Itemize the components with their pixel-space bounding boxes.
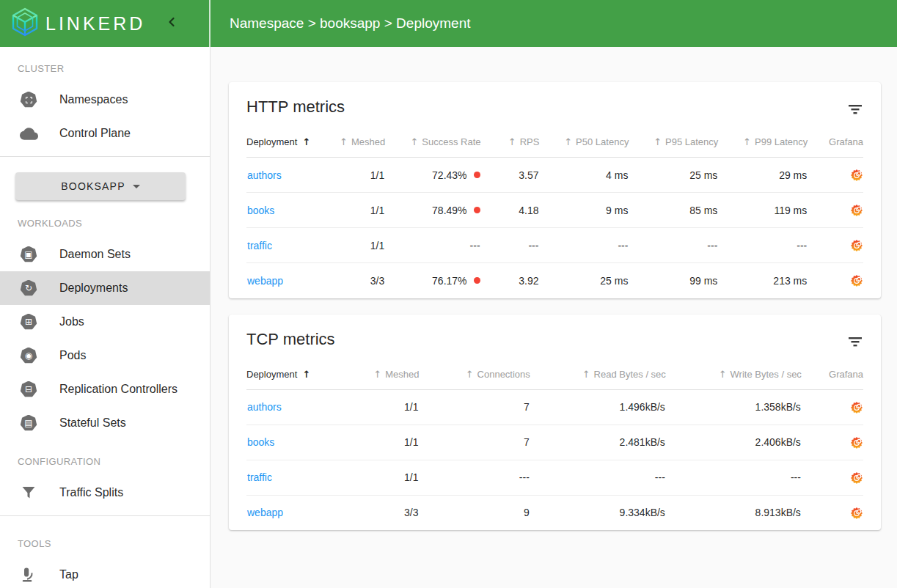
section-label-configuration: CONFIGURATION	[0, 440, 210, 476]
success-rate-cell: 78.49%	[385, 193, 480, 228]
filter-icon[interactable]	[847, 103, 863, 119]
rps-cell: 4.18	[481, 193, 540, 228]
namespaces-icon	[19, 92, 38, 109]
p50-cell: 9 ms	[539, 193, 629, 228]
write-bytes-cell: 1.358kB/s	[666, 389, 802, 425]
sort-arrow-icon: ↑	[466, 369, 474, 380]
deployment-link[interactable]: books	[247, 205, 274, 216]
grafana-icon[interactable]	[851, 507, 863, 518]
deployment-link[interactable]: webapp	[247, 507, 283, 518]
table-row: webapp 3/3 9 9.334kB/s 8.913kB/s	[246, 495, 863, 530]
sort-arrow-icon: ↑	[564, 136, 572, 147]
sidebar-collapse-button[interactable]	[166, 16, 177, 31]
read-bytes-cell: 9.334kB/s	[530, 495, 666, 530]
section-label-tools: TOOLS	[0, 522, 210, 558]
table-row: webapp 3/3 76.17% 3.92 25 ms 99 ms 213 m…	[246, 263, 863, 298]
write-bytes-cell: 2.406kB/s	[666, 425, 802, 460]
column-header-p50-latency[interactable]: ↑P50 Latency	[539, 122, 629, 158]
http-metrics-title: HTTP metrics	[246, 98, 345, 117]
http-header-row: Deployment↑ ↑Meshed ↑Success Rate ↑RPS ↑…	[246, 122, 863, 158]
sidebar-item-tap[interactable]: Tap	[0, 558, 210, 588]
column-header-p99-latency[interactable]: ↑P99 Latency	[718, 122, 808, 158]
sidebar-item-replication-controllers[interactable]: ⊟ Replication Controllers	[0, 372, 210, 406]
status-dot	[474, 207, 480, 213]
grafana-icon[interactable]	[851, 274, 863, 286]
sidebar-item-pods[interactable]: ◉ Pods	[0, 339, 210, 372]
column-header-write-bytes[interactable]: ↑Write Bytes / sec	[666, 354, 802, 390]
column-header-connections[interactable]: ↑Connections	[419, 354, 530, 390]
sort-arrow-icon: ↑	[719, 369, 727, 380]
column-header-meshed[interactable]: ↑Meshed	[351, 354, 420, 390]
sidebar-item-control-plane[interactable]: Control Plane	[0, 117, 210, 150]
deployments-icon: ↻	[19, 280, 38, 297]
deployment-link[interactable]: books	[247, 436, 274, 448]
meshed-cell: 3/3	[326, 263, 385, 298]
grafana-icon[interactable]	[851, 204, 863, 216]
cloud-icon	[19, 125, 38, 143]
p99-cell: ---	[718, 228, 808, 263]
sidebar-item-deployments[interactable]: ↻ Deployments	[0, 271, 210, 305]
table-row: books 1/1 78.49% 4.18 9 ms 85 ms 119 ms	[246, 193, 863, 228]
sidebar-item-daemon-sets[interactable]: ▣ Daemon Sets	[0, 238, 210, 271]
tcp-metrics-table: Deployment↑ ↑Meshed ↑Connections ↑Read B…	[246, 354, 863, 531]
sidebar-item-jobs[interactable]: ⊞ Jobs	[0, 305, 210, 339]
read-bytes-cell: 2.481kB/s	[530, 425, 666, 460]
deployment-link[interactable]: webapp	[247, 275, 283, 287]
pods-icon: ◉	[19, 348, 38, 364]
grafana-icon[interactable]	[851, 471, 863, 482]
column-header-meshed[interactable]: ↑Meshed	[326, 122, 385, 158]
deployment-link[interactable]: traffic	[247, 240, 272, 251]
meshed-cell: 1/1	[351, 460, 420, 495]
app-bar: LINKERD Namespace > booksapp > Deploymen…	[0, 0, 897, 47]
grafana-cell	[802, 425, 863, 460]
column-header-read-bytes[interactable]: ↑Read Bytes / sec	[530, 354, 666, 390]
rps-cell: ---	[481, 228, 540, 263]
column-header-rps[interactable]: ↑RPS	[481, 122, 540, 158]
namespace-selector-button[interactable]: BOOKSAPP	[15, 172, 186, 200]
column-header-p95-latency[interactable]: ↑P95 Latency	[629, 122, 718, 158]
app-bar-main-section: Namespace > booksapp > Deployment	[210, 0, 897, 47]
sort-arrow-icon: ↑	[302, 369, 310, 380]
grafana-cell	[808, 228, 863, 263]
p95-cell: 25 ms	[629, 158, 718, 193]
meshed-cell: 3/3	[351, 495, 420, 530]
grafana-icon[interactable]	[851, 436, 863, 447]
p50-cell: 4 ms	[539, 158, 629, 193]
read-bytes-cell: ---	[530, 460, 666, 495]
sidebar: CLUSTER Namespaces Control Plane BOOKSAP…	[0, 47, 210, 588]
success-rate-cell: ---	[385, 228, 480, 263]
tcp-metrics-title: TCP metrics	[246, 330, 335, 349]
sidebar-item-stateful-sets[interactable]: ▤ Stateful Sets	[0, 406, 210, 440]
column-header-grafana: Grafana	[802, 354, 863, 390]
rps-cell: 3.92	[481, 263, 540, 298]
filter-icon[interactable]	[847, 335, 863, 351]
linkerd-logo[interactable]: LINKERD	[10, 7, 145, 40]
p95-cell: ---	[629, 228, 718, 263]
tcp-header-row: Deployment↑ ↑Meshed ↑Connections ↑Read B…	[246, 354, 863, 390]
jobs-icon: ⊞	[19, 314, 38, 331]
table-row: authors 1/1 7 1.496kB/s 1.358kB/s	[246, 389, 863, 425]
deployment-link[interactable]: authors	[247, 401, 282, 413]
column-header-grafana: Grafana	[808, 122, 863, 158]
chevron-left-icon	[166, 16, 177, 31]
p95-cell: 85 ms	[629, 193, 718, 228]
success-rate-cell: 76.17%	[385, 263, 480, 298]
column-header-success-rate[interactable]: ↑Success Rate	[385, 122, 480, 158]
meshed-cell: 1/1	[326, 158, 385, 193]
sidebar-item-namespaces[interactable]: Namespaces	[0, 83, 210, 117]
read-bytes-cell: 1.496kB/s	[530, 389, 666, 425]
sidebar-item-traffic-splits[interactable]: Traffic Splits	[0, 476, 210, 510]
daemon-sets-icon: ▣	[19, 246, 38, 263]
deployment-link[interactable]: authors	[247, 169, 282, 181]
grafana-icon[interactable]	[851, 169, 863, 180]
status-dot	[474, 172, 480, 178]
status-dot	[474, 277, 480, 284]
grafana-cell	[808, 158, 863, 193]
connections-cell: 7	[419, 389, 530, 425]
column-header-deployment[interactable]: Deployment↑	[246, 354, 351, 390]
column-header-deployment[interactable]: Deployment↑	[246, 122, 326, 158]
main-content: HTTP metrics Deployment↑ ↑Meshed ↑Succes…	[210, 47, 897, 588]
grafana-icon[interactable]	[851, 400, 863, 412]
grafana-icon[interactable]	[851, 239, 863, 251]
deployment-link[interactable]: traffic	[247, 471, 272, 483]
